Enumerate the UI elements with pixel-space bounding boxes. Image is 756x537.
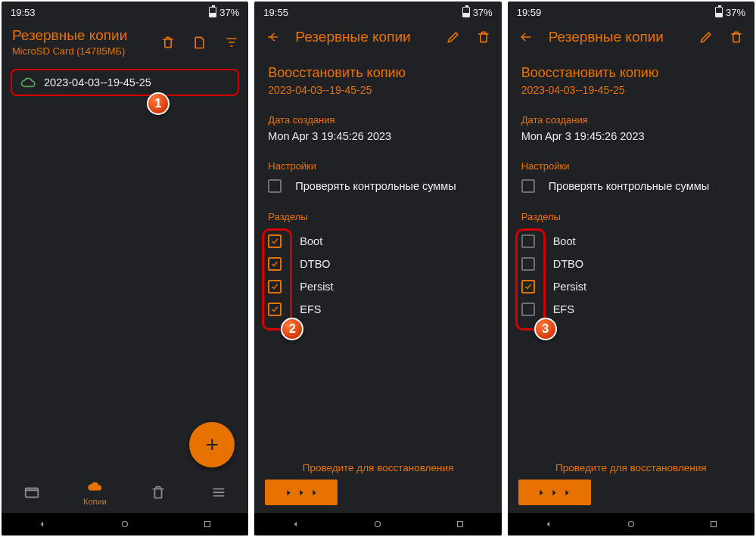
sd-card-icon[interactable] — [192, 35, 207, 50]
partition-row[interactable]: EFS — [268, 298, 487, 321]
system-nav — [254, 513, 501, 535]
partitions-list-3: BootDTBOPersistEFS — [521, 230, 741, 321]
edit-icon[interactable] — [698, 29, 714, 45]
checksum-row[interactable]: Проверять контрольные суммы — [268, 179, 487, 193]
nav-item-trash[interactable] — [150, 484, 166, 501]
home-icon[interactable] — [372, 519, 383, 529]
checkbox-unchecked[interactable] — [521, 179, 535, 193]
svg-rect-2 — [204, 522, 210, 527]
partition-label: Boot — [300, 235, 322, 247]
detail-content: Воосстановить копию 2023-04-03--19-45-25… — [254, 53, 501, 321]
clock: 19:59 — [517, 7, 542, 18]
restore-subtitle: 2023-04-03--19-45-25 — [268, 84, 487, 96]
partition-row[interactable]: Persist — [268, 275, 487, 298]
edit-icon[interactable] — [446, 29, 461, 45]
back-icon[interactable] — [265, 29, 280, 45]
bottom-nav: Копии — [2, 472, 248, 513]
svg-point-3 — [375, 522, 381, 527]
partition-label: EFS — [553, 303, 574, 315]
recent-icon[interactable] — [202, 519, 213, 529]
svg-point-5 — [628, 522, 633, 527]
checkbox-unchecked[interactable] — [521, 303, 535, 316]
recent-icon[interactable] — [455, 519, 465, 529]
status-bar: 19:55 37% — [254, 2, 501, 23]
partition-label: Persist — [300, 281, 333, 293]
checkbox-checked[interactable] — [268, 234, 282, 248]
detail-content: Воосстановить копию 2023-04-03--19-45-25… — [508, 53, 754, 321]
restore-subtitle: 2023-04-03--19-45-25 — [521, 84, 741, 96]
svg-point-1 — [123, 522, 128, 527]
nav-item-files[interactable] — [23, 484, 40, 501]
partitions-label: Разделы — [521, 211, 741, 222]
fab-add[interactable]: + — [189, 422, 235, 467]
status-bar: 19:53 37% — [2, 2, 248, 23]
back-icon[interactable] — [543, 519, 554, 529]
battery-icon — [715, 7, 723, 17]
checkbox-unchecked[interactable] — [521, 234, 535, 248]
status-bar: 19:59 37% — [508, 2, 754, 23]
restore-title: Воосстановить копию — [268, 65, 487, 81]
cloud-icon — [20, 76, 36, 88]
filter-icon[interactable] — [224, 35, 239, 50]
header: Резервные копии MicroSD Card (14785МБ) — [2, 23, 248, 63]
backup-item[interactable]: 2023-04-03--19-45-25 — [11, 69, 239, 96]
settings-label: Настройки — [268, 160, 487, 172]
system-nav — [508, 513, 754, 535]
nav-item-label: Копии — [83, 497, 107, 506]
back-icon[interactable] — [518, 29, 534, 45]
partition-row[interactable]: EFS — [521, 298, 741, 321]
checkbox-unchecked[interactable] — [268, 179, 282, 193]
page-title: Резервные копии — [549, 29, 683, 45]
back-icon[interactable] — [291, 519, 301, 529]
checkbox-checked[interactable] — [521, 280, 535, 293]
created-value: Mon Apr 3 19:45:26 2023 — [521, 130, 741, 142]
partition-row[interactable]: Boot — [268, 230, 487, 253]
backup-name: 2023-04-03--19-45-25 — [44, 76, 151, 88]
battery-icon — [209, 7, 216, 17]
swipe-button[interactable] — [265, 480, 338, 505]
home-icon[interactable] — [120, 519, 130, 529]
partition-label: Persist — [553, 281, 586, 293]
phone-screen-3: 19:59 37% Резервные копии Воосстановить … — [508, 2, 754, 535]
swipe-label: Проведите для восстановления — [254, 462, 501, 473]
checkbox-checked[interactable] — [268, 257, 282, 271]
swipe-label: Проведите для восстановления — [508, 462, 754, 473]
nav-item-copies[interactable]: Копии — [83, 479, 107, 506]
nav-item-menu[interactable] — [210, 484, 227, 501]
callout-2: 2 — [281, 318, 303, 340]
home-icon[interactable] — [626, 519, 636, 529]
battery-percent: 37% — [726, 7, 745, 18]
trash-icon[interactable] — [476, 29, 491, 45]
recent-icon[interactable] — [708, 519, 719, 529]
svg-rect-6 — [711, 522, 716, 527]
partition-row[interactable]: DTBO — [521, 253, 741, 275]
created-label: Дата создания — [521, 114, 741, 126]
battery-icon — [462, 7, 470, 17]
svg-rect-0 — [25, 489, 38, 498]
checksum-row[interactable]: Проверять контрольные суммы — [521, 179, 741, 193]
partition-label: EFS — [300, 303, 321, 315]
partition-row[interactable]: DTBO — [268, 253, 487, 275]
partitions-label: Разделы — [268, 211, 487, 222]
header: Резервные копии — [254, 23, 501, 53]
phone-screen-2: 19:55 37% Резервные копии Воосстановить … — [254, 2, 501, 535]
battery-percent: 37% — [219, 7, 239, 18]
battery-percent: 37% — [473, 7, 493, 18]
partition-row[interactable]: Boot — [521, 230, 741, 253]
partition-label: DTBO — [300, 258, 330, 270]
checksum-label: Проверять контрольные суммы — [295, 180, 456, 192]
trash-icon[interactable] — [160, 35, 176, 50]
back-icon[interactable] — [37, 519, 48, 529]
checkbox-checked[interactable] — [268, 303, 282, 316]
page-title: Резервные копии — [295, 29, 430, 45]
checkbox-unchecked[interactable] — [521, 257, 535, 271]
partition-label: Boot — [553, 235, 576, 247]
created-label: Дата создания — [268, 114, 487, 126]
partitions-list-2: BootDTBOPersistEFS — [268, 230, 487, 321]
clock: 19:55 — [263, 7, 288, 18]
header: Резервные копии — [508, 23, 754, 53]
partition-row[interactable]: Persist — [521, 275, 741, 298]
swipe-button[interactable] — [518, 480, 591, 505]
checkbox-checked[interactable] — [268, 280, 282, 293]
trash-icon[interactable] — [729, 29, 744, 45]
